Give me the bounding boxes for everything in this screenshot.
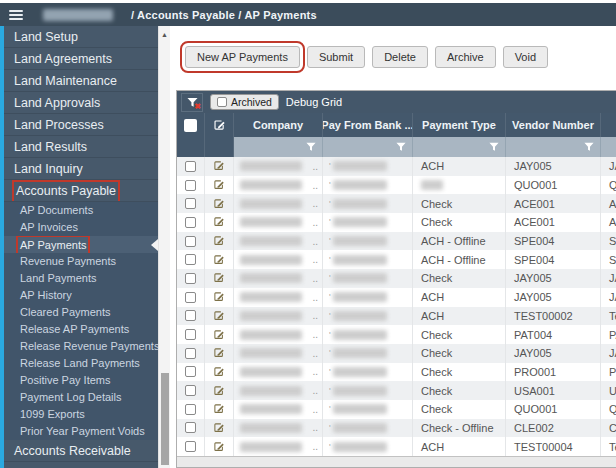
row-checkbox[interactable] bbox=[185, 348, 196, 359]
sidebar-item[interactable]: Land Approvals bbox=[4, 92, 158, 114]
edit-icon[interactable] bbox=[213, 310, 225, 322]
select-all-checkbox[interactable] bbox=[184, 119, 197, 132]
column-header-payment-type[interactable]: Payment Type bbox=[413, 113, 506, 137]
column-header-pay-from-bank[interactable]: Pay From Bank ... bbox=[323, 113, 413, 137]
table-row[interactable]: .. ' ACH - Offline SPE004 SPE bbox=[177, 250, 616, 269]
archived-checkbox[interactable] bbox=[217, 97, 227, 107]
toolbar-button[interactable]: New AP Payments bbox=[185, 46, 300, 68]
edit-icon[interactable] bbox=[213, 272, 225, 284]
row-checkbox[interactable] bbox=[185, 273, 196, 284]
table-row[interactable]: .. ' QUO001 QU bbox=[177, 176, 616, 195]
menu-icon[interactable] bbox=[9, 10, 23, 20]
edit-icon[interactable] bbox=[213, 254, 225, 266]
row-checkbox[interactable] bbox=[185, 310, 196, 321]
column-header-vendor-name[interactable] bbox=[601, 113, 616, 137]
table-row[interactable]: .. ' Check PRO001 PRO bbox=[177, 363, 616, 382]
sidebar-item[interactable]: Accounts Receivable bbox=[4, 440, 158, 462]
filter-vendor-number[interactable] bbox=[506, 137, 601, 157]
sidebar-subitem[interactable]: 1099 Exports bbox=[4, 406, 158, 423]
edit-icon[interactable] bbox=[213, 198, 225, 210]
edit-icon[interactable] bbox=[213, 235, 225, 247]
table-row[interactable]: .. ' Check - Offline CLE002 CLE bbox=[177, 419, 616, 438]
edit-icon[interactable] bbox=[213, 160, 225, 172]
sidebar-item[interactable]: General Ledger bbox=[4, 462, 158, 468]
vendor-number-value: TEST00002 bbox=[514, 310, 573, 322]
row-checkbox[interactable] bbox=[185, 422, 196, 433]
table-row[interactable]: .. ' Check QUO001 QU bbox=[177, 400, 616, 419]
row-checkbox[interactable] bbox=[185, 180, 196, 191]
edit-icon[interactable] bbox=[213, 422, 225, 434]
filter-company[interactable] bbox=[234, 137, 323, 157]
table-row[interactable]: .. ' ACH JAY005 JAY bbox=[177, 288, 616, 307]
sidebar-subitem[interactable]: Prior Year Payment Voids bbox=[4, 423, 158, 440]
table-row[interactable]: .. ' Check ACE001 ACE bbox=[177, 213, 616, 232]
edit-icon[interactable] bbox=[213, 216, 225, 228]
sidebar-subitem[interactable]: Release AP Payments bbox=[4, 321, 158, 338]
vendor-number-value: PRO001 bbox=[514, 366, 556, 378]
sidebar-subitem[interactable]: AP Invoices bbox=[4, 219, 158, 236]
payment-type-value: Check bbox=[421, 272, 452, 284]
sidebar-subitem[interactable]: Release Revenue Payments bbox=[4, 338, 158, 355]
sidebar-subitem[interactable]: Positive Pay Items bbox=[4, 372, 158, 389]
sidebar-item[interactable]: Land Results bbox=[4, 136, 158, 158]
table-row[interactable]: .. ' Check ACE001 ACE bbox=[177, 194, 616, 213]
edit-icon[interactable] bbox=[213, 329, 225, 341]
row-checkbox[interactable] bbox=[185, 366, 196, 377]
sidebar-subitem[interactable]: AP Payments bbox=[4, 236, 158, 253]
sidebar-item[interactable]: Land Agreements bbox=[4, 48, 158, 70]
clear-filter-icon[interactable]: ✖ bbox=[181, 93, 203, 112]
row-checkbox[interactable] bbox=[185, 441, 196, 452]
row-checkbox[interactable] bbox=[185, 329, 196, 340]
scroll-up-arrow-icon[interactable]: ▲ bbox=[159, 26, 170, 38]
sidebar-subitem[interactable]: AP History bbox=[4, 287, 158, 304]
row-checkbox[interactable] bbox=[185, 292, 196, 303]
row-checkbox[interactable] bbox=[185, 385, 196, 396]
archived-toggle[interactable]: Archived bbox=[210, 94, 279, 110]
sidebar-subitem[interactable]: Cleared Payments bbox=[4, 304, 158, 321]
column-header-vendor-number[interactable]: Vendor Number bbox=[506, 113, 601, 137]
row-checkbox[interactable] bbox=[185, 236, 196, 247]
row-checkbox[interactable] bbox=[185, 198, 196, 209]
table-row[interactable]: .. ' Check JAY005 JAY bbox=[177, 344, 616, 363]
table-row[interactable]: .. ' Check USA001 USA bbox=[177, 381, 616, 400]
sidebar-item[interactable]: Land Inquiry bbox=[4, 158, 158, 180]
edit-icon[interactable] bbox=[213, 441, 225, 453]
sidebar-item[interactable]: Accounts Payable bbox=[4, 180, 158, 202]
filter-pay-from-bank[interactable] bbox=[323, 137, 413, 157]
edit-icon[interactable] bbox=[213, 403, 225, 415]
sidebar-subitem[interactable]: Release Land Payments bbox=[4, 355, 158, 372]
toolbar-button[interactable]: Archive bbox=[435, 46, 496, 68]
vendor-number-value: JAY005 bbox=[514, 347, 552, 359]
edit-icon[interactable] bbox=[213, 366, 225, 378]
row-checkbox[interactable] bbox=[185, 254, 196, 265]
filter-vendor-name[interactable] bbox=[601, 137, 616, 157]
row-checkbox[interactable] bbox=[185, 404, 196, 415]
row-checkbox[interactable] bbox=[185, 161, 196, 172]
edit-icon[interactable] bbox=[213, 291, 225, 303]
column-header-company[interactable]: Company bbox=[234, 113, 323, 137]
sidebar-subitem[interactable]: Revenue Payments bbox=[4, 253, 158, 270]
sidebar-item[interactable]: Land Processes bbox=[4, 114, 158, 136]
filter-payment-type[interactable] bbox=[413, 137, 506, 157]
sidebar-subitem[interactable]: AP Documents bbox=[4, 202, 158, 219]
table-row[interactable]: .. ' Check JAY005 JAY bbox=[177, 269, 616, 288]
sidebar-item[interactable]: Land Setup bbox=[4, 26, 158, 48]
row-checkbox[interactable] bbox=[185, 217, 196, 228]
edit-icon[interactable] bbox=[213, 385, 225, 397]
table-row[interactable]: .. ' ACH JAY005 JAY bbox=[177, 157, 616, 176]
table-row[interactable]: .. ' Check PAT004 PAT bbox=[177, 325, 616, 344]
sidebar-subitem[interactable]: Payment Log Details bbox=[4, 389, 158, 406]
table-row[interactable]: .. ' ACH - Offline SPE004 SPE bbox=[177, 232, 616, 251]
table-row[interactable]: .. ' ACH TEST00004 Tes bbox=[177, 437, 616, 456]
toolbar-button[interactable]: Void bbox=[503, 46, 548, 68]
toolbar-button[interactable]: Submit bbox=[307, 46, 365, 68]
toolbar-button[interactable]: Delete bbox=[372, 46, 428, 68]
edit-icon[interactable] bbox=[213, 347, 225, 359]
scrollbar-thumb[interactable] bbox=[161, 373, 169, 465]
sidebar-item[interactable]: Land Maintenance bbox=[4, 70, 158, 92]
table-row[interactable]: .. ' ACH TEST00002 Tes bbox=[177, 307, 616, 326]
sidebar-subitem[interactable]: Land Payments bbox=[4, 270, 158, 287]
edit-icon[interactable] bbox=[213, 179, 225, 191]
ap-payments-grid: ✖ Archived Debug Grid Company Pay From B… bbox=[176, 90, 616, 468]
vertical-scrollbar[interactable]: ▲ bbox=[158, 26, 170, 468]
